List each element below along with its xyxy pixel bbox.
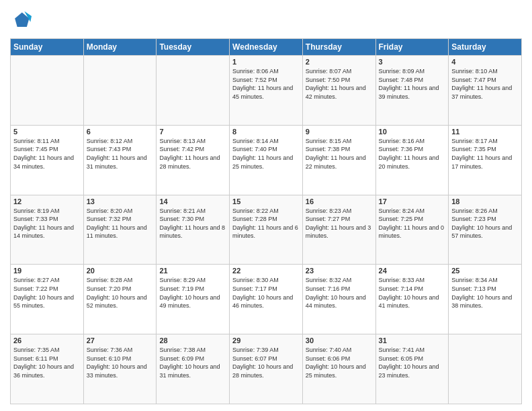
weekday-header: Friday bbox=[375, 39, 449, 56]
day-info: Sunrise: 8:14 AM Sunset: 7:40 PM Dayligh… bbox=[232, 137, 300, 171]
calendar-day-cell: 10Sunrise: 8:16 AM Sunset: 7:36 PM Dayli… bbox=[375, 125, 449, 195]
calendar-day-cell bbox=[83, 56, 157, 126]
calendar-day-cell bbox=[449, 334, 522, 404]
weekday-header: Saturday bbox=[449, 39, 522, 56]
calendar-day-cell: 19Sunrise: 8:27 AM Sunset: 7:22 PM Dayli… bbox=[11, 265, 84, 334]
day-number: 9 bbox=[306, 128, 373, 136]
day-number: 3 bbox=[379, 58, 446, 66]
day-number: 4 bbox=[451, 58, 519, 66]
day-info: Sunrise: 8:34 AM Sunset: 7:13 PM Dayligh… bbox=[451, 276, 519, 310]
day-number: 1 bbox=[232, 58, 300, 66]
calendar-week-row: 26Sunrise: 7:35 AM Sunset: 6:11 PM Dayli… bbox=[11, 334, 522, 404]
calendar-day-cell: 30Sunrise: 7:40 AM Sunset: 6:06 PM Dayli… bbox=[302, 334, 375, 404]
day-number: 13 bbox=[87, 197, 154, 205]
day-number: 14 bbox=[159, 197, 226, 205]
day-number: 2 bbox=[306, 58, 373, 66]
day-number: 24 bbox=[379, 267, 446, 275]
calendar-day-cell: 6Sunrise: 8:12 AM Sunset: 7:43 PM Daylig… bbox=[83, 125, 157, 195]
calendar-header-row: SundayMondayTuesdayWednesdayThursdayFrid… bbox=[11, 39, 522, 56]
day-info: Sunrise: 8:30 AM Sunset: 7:17 PM Dayligh… bbox=[232, 276, 300, 310]
day-number: 6 bbox=[87, 128, 154, 136]
day-info: Sunrise: 8:11 AM Sunset: 7:45 PM Dayligh… bbox=[13, 137, 81, 171]
weekday-header: Thursday bbox=[302, 39, 375, 56]
day-number: 23 bbox=[306, 267, 373, 275]
calendar-day-cell: 23Sunrise: 8:32 AM Sunset: 7:16 PM Dayli… bbox=[302, 265, 375, 334]
day-number: 31 bbox=[379, 336, 446, 345]
calendar-day-cell: 8Sunrise: 8:14 AM Sunset: 7:40 PM Daylig… bbox=[230, 125, 303, 195]
day-number: 27 bbox=[87, 336, 154, 345]
calendar-day-cell: 18Sunrise: 8:26 AM Sunset: 7:23 PM Dayli… bbox=[449, 195, 522, 265]
day-number: 17 bbox=[379, 197, 446, 205]
day-info: Sunrise: 7:39 AM Sunset: 6:07 PM Dayligh… bbox=[232, 346, 300, 379]
calendar-week-row: 1Sunrise: 8:06 AM Sunset: 7:52 PM Daylig… bbox=[11, 56, 522, 126]
day-number: 26 bbox=[13, 336, 81, 345]
day-info: Sunrise: 8:20 AM Sunset: 7:32 PM Dayligh… bbox=[87, 207, 154, 240]
calendar-day-cell: 3Sunrise: 8:09 AM Sunset: 7:48 PM Daylig… bbox=[375, 56, 449, 126]
calendar-day-cell: 26Sunrise: 7:35 AM Sunset: 6:11 PM Dayli… bbox=[11, 334, 84, 404]
calendar-day-cell: 1Sunrise: 8:06 AM Sunset: 7:52 PM Daylig… bbox=[230, 56, 303, 126]
calendar-day-cell: 15Sunrise: 8:22 AM Sunset: 7:28 PM Dayli… bbox=[230, 195, 303, 265]
calendar-day-cell: 2Sunrise: 8:07 AM Sunset: 7:50 PM Daylig… bbox=[302, 56, 375, 126]
day-info: Sunrise: 8:07 AM Sunset: 7:50 PM Dayligh… bbox=[306, 67, 373, 101]
header bbox=[10, 10, 522, 32]
day-number: 29 bbox=[232, 336, 300, 345]
day-info: Sunrise: 8:13 AM Sunset: 7:42 PM Dayligh… bbox=[159, 137, 226, 171]
calendar-day-cell: 5Sunrise: 8:11 AM Sunset: 7:45 PM Daylig… bbox=[11, 125, 84, 195]
calendar-day-cell: 4Sunrise: 8:10 AM Sunset: 7:47 PM Daylig… bbox=[449, 56, 522, 126]
day-info: Sunrise: 8:29 AM Sunset: 7:19 PM Dayligh… bbox=[159, 276, 226, 310]
day-number: 5 bbox=[13, 128, 81, 136]
calendar-day-cell: 12Sunrise: 8:19 AM Sunset: 7:33 PM Dayli… bbox=[11, 195, 84, 265]
calendar-day-cell bbox=[157, 56, 230, 126]
day-info: Sunrise: 8:32 AM Sunset: 7:16 PM Dayligh… bbox=[306, 276, 373, 310]
calendar-day-cell: 17Sunrise: 8:24 AM Sunset: 7:25 PM Dayli… bbox=[375, 195, 449, 265]
day-info: Sunrise: 7:38 AM Sunset: 6:09 PM Dayligh… bbox=[159, 346, 226, 379]
day-info: Sunrise: 8:23 AM Sunset: 7:27 PM Dayligh… bbox=[306, 207, 373, 240]
page: SundayMondayTuesdayWednesdayThursdayFrid… bbox=[0, 0, 532, 411]
calendar-week-row: 12Sunrise: 8:19 AM Sunset: 7:33 PM Dayli… bbox=[11, 195, 522, 265]
calendar-day-cell: 14Sunrise: 8:21 AM Sunset: 7:30 PM Dayli… bbox=[157, 195, 230, 265]
calendar-day-cell: 29Sunrise: 7:39 AM Sunset: 6:07 PM Dayli… bbox=[230, 334, 303, 404]
calendar-day-cell bbox=[11, 56, 84, 126]
day-info: Sunrise: 8:28 AM Sunset: 7:20 PM Dayligh… bbox=[87, 276, 154, 310]
day-info: Sunrise: 8:16 AM Sunset: 7:36 PM Dayligh… bbox=[379, 137, 446, 171]
logo-icon bbox=[10, 10, 32, 32]
calendar-week-row: 19Sunrise: 8:27 AM Sunset: 7:22 PM Dayli… bbox=[11, 265, 522, 334]
calendar-day-cell: 28Sunrise: 7:38 AM Sunset: 6:09 PM Dayli… bbox=[157, 334, 230, 404]
day-info: Sunrise: 8:24 AM Sunset: 7:25 PM Dayligh… bbox=[379, 207, 446, 240]
day-info: Sunrise: 8:12 AM Sunset: 7:43 PM Dayligh… bbox=[87, 137, 154, 171]
day-info: Sunrise: 8:09 AM Sunset: 7:48 PM Dayligh… bbox=[379, 67, 446, 101]
calendar-table: SundayMondayTuesdayWednesdayThursdayFrid… bbox=[10, 38, 522, 404]
calendar-day-cell: 11Sunrise: 8:17 AM Sunset: 7:35 PM Dayli… bbox=[449, 125, 522, 195]
calendar-day-cell: 31Sunrise: 7:41 AM Sunset: 6:05 PM Dayli… bbox=[375, 334, 449, 404]
day-number: 20 bbox=[87, 267, 154, 275]
weekday-header: Wednesday bbox=[230, 39, 303, 56]
day-number: 30 bbox=[306, 336, 373, 345]
day-number: 22 bbox=[232, 267, 300, 275]
weekday-header: Sunday bbox=[11, 39, 84, 56]
logo bbox=[10, 10, 34, 32]
calendar-day-cell: 22Sunrise: 8:30 AM Sunset: 7:17 PM Dayli… bbox=[230, 265, 303, 334]
calendar-week-row: 5Sunrise: 8:11 AM Sunset: 7:45 PM Daylig… bbox=[11, 125, 522, 195]
calendar-day-cell: 27Sunrise: 7:36 AM Sunset: 6:10 PM Dayli… bbox=[83, 334, 157, 404]
calendar-day-cell: 20Sunrise: 8:28 AM Sunset: 7:20 PM Dayli… bbox=[83, 265, 157, 334]
calendar-day-cell: 24Sunrise: 8:33 AM Sunset: 7:14 PM Dayli… bbox=[375, 265, 449, 334]
calendar-day-cell: 13Sunrise: 8:20 AM Sunset: 7:32 PM Dayli… bbox=[83, 195, 157, 265]
day-info: Sunrise: 8:21 AM Sunset: 7:30 PM Dayligh… bbox=[159, 207, 226, 240]
day-info: Sunrise: 8:33 AM Sunset: 7:14 PM Dayligh… bbox=[379, 276, 446, 310]
day-number: 7 bbox=[159, 128, 226, 136]
calendar-day-cell: 7Sunrise: 8:13 AM Sunset: 7:42 PM Daylig… bbox=[157, 125, 230, 195]
day-info: Sunrise: 8:27 AM Sunset: 7:22 PM Dayligh… bbox=[13, 276, 81, 310]
day-number: 21 bbox=[159, 267, 226, 275]
day-info: Sunrise: 8:22 AM Sunset: 7:28 PM Dayligh… bbox=[232, 207, 300, 240]
day-info: Sunrise: 7:36 AM Sunset: 6:10 PM Dayligh… bbox=[87, 346, 154, 379]
day-info: Sunrise: 8:06 AM Sunset: 7:52 PM Dayligh… bbox=[232, 67, 300, 101]
day-info: Sunrise: 8:26 AM Sunset: 7:23 PM Dayligh… bbox=[451, 207, 519, 240]
calendar-day-cell: 21Sunrise: 8:29 AM Sunset: 7:19 PM Dayli… bbox=[157, 265, 230, 334]
day-info: Sunrise: 8:10 AM Sunset: 7:47 PM Dayligh… bbox=[451, 67, 519, 101]
day-number: 10 bbox=[379, 128, 446, 136]
calendar-day-cell: 9Sunrise: 8:15 AM Sunset: 7:38 PM Daylig… bbox=[302, 125, 375, 195]
calendar-day-cell: 16Sunrise: 8:23 AM Sunset: 7:27 PM Dayli… bbox=[302, 195, 375, 265]
day-number: 15 bbox=[232, 197, 300, 205]
day-number: 25 bbox=[451, 267, 519, 275]
day-number: 28 bbox=[159, 336, 226, 345]
